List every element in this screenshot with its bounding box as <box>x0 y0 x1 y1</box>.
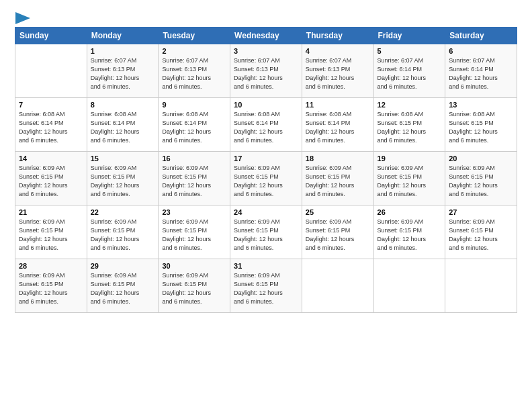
calendar-cell: 1Sunrise: 6:07 AMSunset: 6:13 PMDaylight… <box>87 44 159 98</box>
sunset-text: Sunset: 6:15 PM <box>234 226 298 235</box>
day-number: 28 <box>19 262 83 270</box>
daylight-text-line1: Daylight: 12 hours <box>306 128 370 136</box>
sunrise-text: Sunrise: 6:09 AM <box>378 218 442 226</box>
weekday-header-monday: Monday <box>87 28 159 44</box>
sunrise-text: Sunrise: 6:09 AM <box>306 218 370 226</box>
sunset-text: Sunset: 6:14 PM <box>19 119 83 128</box>
sunset-text: Sunset: 6:15 PM <box>306 173 370 181</box>
daylight-text-line1: Daylight: 12 hours <box>162 74 226 83</box>
day-info: Sunrise: 6:08 AMSunset: 6:15 PMDaylight:… <box>378 110 442 145</box>
sunset-text: Sunset: 6:14 PM <box>378 65 442 74</box>
daylight-text-line1: Daylight: 12 hours <box>19 235 83 244</box>
daylight-text-line1: Daylight: 12 hours <box>91 235 155 244</box>
calendar-cell: 5Sunrise: 6:07 AMSunset: 6:14 PMDaylight… <box>373 44 445 98</box>
calendar-cell: 29Sunrise: 6:09 AMSunset: 6:15 PMDayligh… <box>87 259 159 313</box>
day-info: Sunrise: 6:07 AMSunset: 6:13 PMDaylight:… <box>91 56 155 91</box>
day-number: 29 <box>91 262 155 270</box>
sunrise-text: Sunrise: 6:09 AM <box>449 164 513 173</box>
sunset-text: Sunset: 6:14 PM <box>449 65 513 74</box>
sunrise-text: Sunrise: 6:09 AM <box>306 164 370 173</box>
day-number: 25 <box>306 208 370 216</box>
daylight-text-line2: and 6 minutes. <box>449 190 513 199</box>
sunrise-text: Sunrise: 6:08 AM <box>449 110 513 119</box>
daylight-text-line1: Daylight: 12 hours <box>162 181 226 190</box>
daylight-text-line2: and 6 minutes. <box>91 190 155 199</box>
sunrise-text: Sunrise: 6:09 AM <box>162 271 226 280</box>
day-number: 8 <box>91 101 155 109</box>
daylight-text-line1: Daylight: 12 hours <box>378 128 442 136</box>
calendar-cell: 9Sunrise: 6:08 AMSunset: 6:14 PMDaylight… <box>159 98 230 152</box>
daylight-text-line2: and 6 minutes. <box>306 190 370 199</box>
calendar-cell: 2Sunrise: 6:07 AMSunset: 6:13 PMDaylight… <box>159 44 230 98</box>
sunrise-text: Sunrise: 6:09 AM <box>234 271 298 280</box>
daylight-text-line1: Daylight: 12 hours <box>234 74 298 83</box>
day-info: Sunrise: 6:09 AMSunset: 6:15 PMDaylight:… <box>234 271 298 306</box>
sunset-text: Sunset: 6:15 PM <box>91 226 155 235</box>
logo-arrow-icon <box>15 12 30 24</box>
sunrise-text: Sunrise: 6:09 AM <box>19 271 83 280</box>
daylight-text-line1: Daylight: 12 hours <box>234 235 298 244</box>
daylight-text-line1: Daylight: 12 hours <box>162 128 226 136</box>
sunrise-text: Sunrise: 6:09 AM <box>19 218 83 226</box>
sunset-text: Sunset: 6:13 PM <box>162 65 226 74</box>
sunset-text: Sunset: 6:14 PM <box>234 119 298 128</box>
week-row-2: 7Sunrise: 6:08 AMSunset: 6:14 PMDaylight… <box>15 98 517 152</box>
day-number: 27 <box>449 208 513 216</box>
daylight-text-line2: and 6 minutes. <box>378 244 442 253</box>
day-number: 22 <box>91 208 155 216</box>
daylight-text-line1: Daylight: 12 hours <box>306 235 370 244</box>
daylight-text-line2: and 6 minutes. <box>378 83 442 91</box>
sunset-text: Sunset: 6:15 PM <box>19 173 83 181</box>
sunset-text: Sunset: 6:15 PM <box>91 173 155 181</box>
sunset-text: Sunset: 6:15 PM <box>91 280 155 289</box>
sunset-text: Sunset: 6:13 PM <box>234 65 298 74</box>
sunrise-text: Sunrise: 6:07 AM <box>91 56 155 65</box>
day-info: Sunrise: 6:09 AMSunset: 6:15 PMDaylight:… <box>234 218 298 253</box>
day-info: Sunrise: 6:08 AMSunset: 6:14 PMDaylight:… <box>91 110 155 145</box>
sunset-text: Sunset: 6:15 PM <box>378 173 442 181</box>
sunrise-text: Sunrise: 6:09 AM <box>91 218 155 226</box>
sunrise-text: Sunrise: 6:09 AM <box>234 164 298 173</box>
day-info: Sunrise: 6:09 AMSunset: 6:15 PMDaylight:… <box>162 271 226 306</box>
daylight-text-line2: and 6 minutes. <box>162 83 226 91</box>
daylight-text-line2: and 6 minutes. <box>234 83 298 91</box>
week-row-1: 1Sunrise: 6:07 AMSunset: 6:13 PMDaylight… <box>15 44 517 98</box>
day-number: 15 <box>91 154 155 163</box>
sunrise-text: Sunrise: 6:08 AM <box>378 110 442 119</box>
calendar-cell: 13Sunrise: 6:08 AMSunset: 6:15 PMDayligh… <box>445 98 517 152</box>
weekday-header-friday: Friday <box>373 28 445 44</box>
daylight-text-line2: and 6 minutes. <box>19 298 83 306</box>
day-info: Sunrise: 6:08 AMSunset: 6:14 PMDaylight:… <box>306 110 370 145</box>
header <box>15 12 517 21</box>
calendar-cell: 31Sunrise: 6:09 AMSunset: 6:15 PMDayligh… <box>230 259 302 313</box>
sunset-text: Sunset: 6:15 PM <box>449 226 513 235</box>
week-row-4: 21Sunrise: 6:09 AMSunset: 6:15 PMDayligh… <box>15 205 517 259</box>
day-number: 21 <box>19 208 83 216</box>
sunset-text: Sunset: 6:15 PM <box>19 280 83 289</box>
sunset-text: Sunset: 6:15 PM <box>234 173 298 181</box>
sunset-text: Sunset: 6:15 PM <box>19 226 83 235</box>
daylight-text-line2: and 6 minutes. <box>91 298 155 306</box>
calendar-cell: 24Sunrise: 6:09 AMSunset: 6:15 PMDayligh… <box>230 205 302 259</box>
day-number: 31 <box>234 262 298 270</box>
daylight-text-line1: Daylight: 12 hours <box>91 74 155 83</box>
logo <box>15 12 30 21</box>
calendar-cell: 16Sunrise: 6:09 AMSunset: 6:15 PMDayligh… <box>159 152 230 205</box>
sunrise-text: Sunrise: 6:09 AM <box>162 218 226 226</box>
calendar-cell: 10Sunrise: 6:08 AMSunset: 6:14 PMDayligh… <box>230 98 302 152</box>
day-info: Sunrise: 6:09 AMSunset: 6:15 PMDaylight:… <box>378 164 442 199</box>
day-number: 9 <box>162 101 226 109</box>
sunrise-text: Sunrise: 6:09 AM <box>91 271 155 280</box>
day-info: Sunrise: 6:09 AMSunset: 6:15 PMDaylight:… <box>234 164 298 199</box>
day-number: 1 <box>91 47 155 55</box>
calendar-cell: 28Sunrise: 6:09 AMSunset: 6:15 PMDayligh… <box>15 259 87 313</box>
daylight-text-line2: and 6 minutes. <box>234 244 298 253</box>
sunset-text: Sunset: 6:13 PM <box>306 65 370 74</box>
daylight-text-line2: and 6 minutes. <box>234 298 298 306</box>
daylight-text-line2: and 6 minutes. <box>91 244 155 253</box>
daylight-text-line1: Daylight: 12 hours <box>91 181 155 190</box>
daylight-text-line2: and 6 minutes. <box>91 83 155 91</box>
daylight-text-line1: Daylight: 12 hours <box>449 128 513 136</box>
day-info: Sunrise: 6:09 AMSunset: 6:15 PMDaylight:… <box>306 218 370 253</box>
day-info: Sunrise: 6:08 AMSunset: 6:14 PMDaylight:… <box>162 110 226 145</box>
